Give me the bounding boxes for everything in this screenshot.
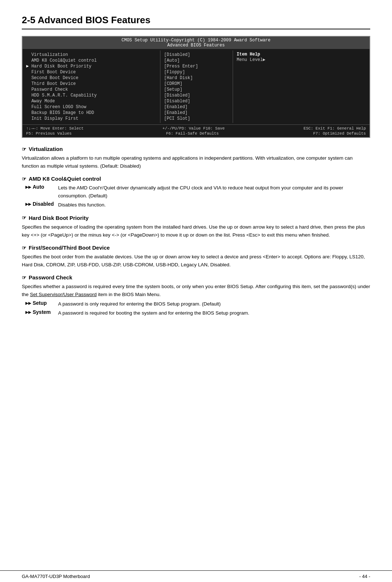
bios-row-label: HDD S.M.A.R.T. Capability (26, 93, 156, 98)
sub-item: AutoLets the AMD Cool'n'Quiet driver dyn… (25, 184, 370, 200)
bios-row-value: [Setup] (164, 87, 229, 93)
bios-help-column: Item Help Menu Level▶ (233, 50, 369, 123)
bios-footer-row2-mid: F6: Fail-Safe Defaults (166, 131, 219, 136)
bios-row-value: [PCI Slot] (164, 116, 229, 122)
section-amd-k8: AMD K8 Cool&Quiet controlAutoLets the AM… (22, 176, 370, 209)
bios-help-title: Item Help (237, 52, 366, 57)
bios-row-value: [Disabled] (164, 93, 229, 98)
bios-row-value: [CDROM] (164, 81, 229, 87)
bios-footer-row2-right: F7: Optimized Defaults (313, 131, 366, 136)
bios-values-column: [Disabled][Auto][Press Enter][Floppy][Ha… (160, 50, 233, 123)
section-title-virtualization: Virtualization (22, 146, 370, 152)
sections-container: VirtualizationVirtualization allows a pl… (22, 146, 370, 317)
bios-row-label: Backup BIOS Image to HDD (26, 110, 156, 116)
section-hard-disk-boot: Hard Disk Boot PrioritySpecifies the seq… (22, 215, 370, 239)
bios-row-value: [Disabled] (164, 98, 229, 104)
bios-footer-row1-left: ↑↓→←: Move Enter: Select (26, 126, 83, 131)
section-title-password-check: Password Check (22, 274, 370, 280)
bios-header-line1: CMOS Setup Utility-Copyright (C) 1984-20… (23, 38, 369, 43)
bios-row-label: Second Boot Device (26, 75, 156, 81)
section-title-amd-k8: AMD K8 Cool&Quiet control (22, 176, 370, 182)
page-title: 2-5 Advanced BIOS Features (22, 15, 370, 29)
page-footer: GA-MA770T-UD3P Motherboard - 44 - (0, 570, 392, 582)
sub-item: DisabledDisables this function. (25, 201, 370, 209)
sub-item: SetupA password is only required for ent… (25, 300, 370, 308)
sub-item-label: Disabled (25, 201, 58, 209)
bios-row-label: Third Boot Device (26, 81, 156, 87)
section-title-hard-disk-boot: Hard Disk Boot Priority (22, 215, 370, 221)
section-title-boot-device: First/Second/Third Boot Device (22, 245, 370, 251)
bios-row-label: Password Check (26, 87, 156, 93)
sub-item: SystemA password is required for booting… (25, 309, 370, 317)
bios-help-text: Menu Level▶ (237, 57, 366, 62)
sub-item-desc: A password is only required for entering… (58, 300, 370, 308)
section-body-virtualization: Virtualization allows a platform to run … (22, 154, 370, 170)
section-body-hard-disk-boot: Specifies the sequence of loading the op… (22, 223, 370, 239)
section-body-boot-device: Specifies the boot order from the availa… (22, 253, 370, 269)
section-boot-device: First/Second/Third Boot DeviceSpecifies … (22, 245, 370, 269)
section-body-password-check: Specifies whether a password is required… (22, 283, 370, 298)
bios-screenshot-box: CMOS Setup Utility-Copyright (C) 1984-20… (22, 36, 370, 138)
bios-row-value: [Enabled] (164, 104, 229, 110)
sub-item-desc: Lets the AMD Cool'n'Quiet driver dynamic… (58, 184, 370, 200)
bios-row-label: Init Display First (26, 116, 156, 122)
sub-item-desc: A password is required for booting the s… (58, 309, 370, 317)
sub-item-label: Auto (25, 184, 58, 200)
bios-footer-row2-left: F5: Previous Values (26, 131, 72, 136)
bios-row-value: [Hard Disk] (164, 75, 229, 81)
sub-item-label: Setup (25, 300, 58, 308)
footer-left: GA-MA770T-UD3P Motherboard (22, 574, 90, 579)
bios-row-label: AMD K8 Cool&Quiet control (26, 58, 156, 63)
section-password-check: Password CheckSpecifies whether a passwo… (22, 274, 370, 317)
bios-row-value: [Disabled] (164, 52, 229, 58)
bios-items-column: Virtualization AMD K8 Cool&Quiet control… (23, 50, 160, 123)
section-virtualization: VirtualizationVirtualization allows a pl… (22, 146, 370, 170)
bios-header-line2: Advanced BIOS Features (23, 43, 369, 48)
bios-row-value: [Auto] (164, 58, 229, 63)
bios-row-value: [Press Enter] (164, 63, 229, 69)
sub-item-desc: Disables this function. (58, 201, 370, 209)
bios-row-label: Full Screen LOGO Show (26, 104, 156, 110)
bios-row-label: ► Hard Disk Boot Priority (26, 63, 156, 69)
bios-row-value: [Enabled] (164, 110, 229, 116)
bios-row-value: [Floppy] (164, 69, 229, 75)
bios-row-label: Virtualization (26, 52, 156, 58)
bios-footer-row1-mid: +/-/PU/PD: Value F10: Save (163, 126, 225, 131)
bios-row-label: Away Mode (26, 98, 156, 104)
bios-footer: ↑↓→←: Move Enter: Select +/-/PU/PD: Valu… (23, 124, 369, 137)
bios-footer-row1-right: ESC: Exit F1: General Help (303, 126, 366, 131)
footer-right: - 44 - (359, 574, 370, 579)
bios-header: CMOS Setup Utility-Copyright (C) 1984-20… (23, 37, 369, 49)
sub-item-label: System (25, 309, 58, 317)
bios-row-label: First Boot Device (26, 69, 156, 75)
